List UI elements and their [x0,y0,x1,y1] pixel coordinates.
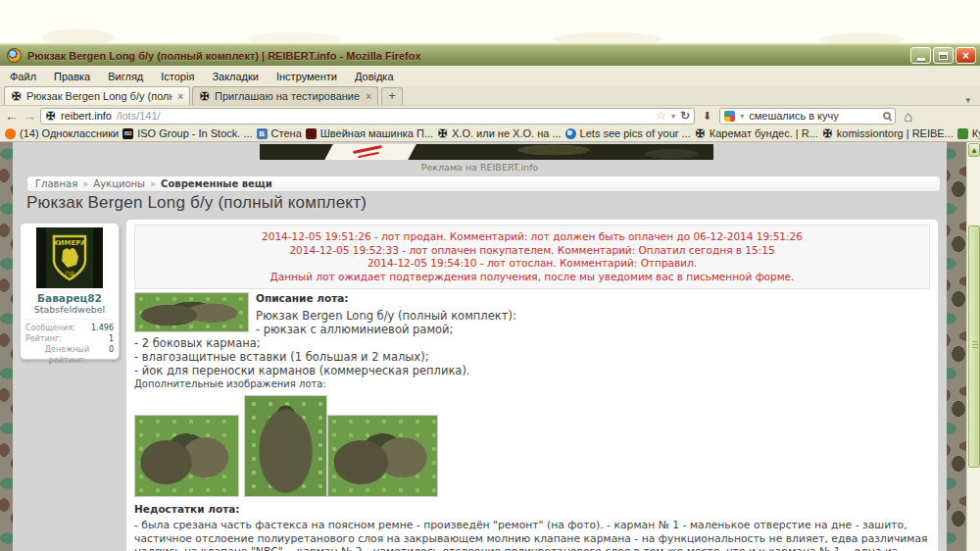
window-title: Рюкзак Bergen Long б/у (полный комплект)… [27,50,910,62]
status-line: 2014-12-05 19:54:10 - лот отослан. Комме… [139,257,925,271]
window-titlebar[interactable]: Рюкзак Bergen Long б/у (полный комплект)… [0,44,980,66]
bookmark-item[interactable]: ISO ISO Group - In Stock. ... [122,127,252,139]
menu-history[interactable]: Історія [161,71,194,82]
user-card: ХИМЕРА ПД Баварец82 Stabsfeldwebel Сообщ… [20,223,120,360]
search-engine-dropdown-icon[interactable]: ▾ [740,112,744,121]
lot-status-box: 2014-12-05 19:51:26 - лот продан. Коммен… [134,225,930,289]
tab-close-icon[interactable]: × [177,91,183,102]
globe-icon [565,128,576,139]
user-rank: Stabsfeldwebel [25,304,114,315]
back-button[interactable]: ← [5,109,19,123]
bookmark-item[interactable]: Куртки - Утеплител... [957,127,980,139]
navigation-bar: ← → ✠ reibert.info/lots/141/ ☆ ▾ ↻ ⬇ ▾ с… [0,106,980,125]
bookmark-item[interactable]: ✠ komissiontorg | REIBE... [822,127,954,139]
bookmark-star-icon[interactable]: ☆ [656,109,666,123]
lot-main-photo[interactable] [134,292,249,332]
status-line: 2014-12-05 19:52:33 - лот оплачен покупа… [139,244,925,258]
iron-cross-icon: ✠ [11,91,22,102]
description-item: - рюкзак с аллюминиевой рамой; [256,323,930,336]
iron-cross-icon: ✠ [199,91,210,102]
sewing-machine-icon [306,128,317,139]
ad-caption[interactable]: Реклама на REIBERT.info [13,162,947,173]
iron-cross-icon: ✠ [437,128,448,139]
lot-photo-pockets[interactable] [134,415,239,497]
description-item: - йок для переноски карманов (коммерческ… [134,364,930,377]
menu-edit[interactable]: Правка [54,71,90,82]
scrollbar-thumb[interactable] [968,225,980,468]
tab-list-dropdown-icon[interactable]: ▾ [965,95,978,105]
restore-button[interactable] [933,47,954,64]
extra-images-label: Дополнительные изображения лота: [134,378,930,390]
home-icon[interactable]: ⌂ [904,109,912,124]
url-bar[interactable]: ✠ reibert.info/lots/141/ ☆ ▾ ↻ [40,108,695,125]
url-path: /lots/141/ [117,110,161,122]
stat-row: Рейтинг: 1 [25,333,114,344]
lot-photo-frame[interactable] [244,395,327,497]
new-tab-button[interactable]: + [381,87,403,105]
forward-button[interactable]: → [23,109,36,123]
status-line: 2014-12-05 19:51:26 - лот продан. Коммен… [139,230,925,244]
status-line: Данный лот ожидает подтверждения получен… [139,271,925,284]
avatar[interactable]: ХИМЕРА ПД [36,227,103,288]
breadcrumb-separator: » [82,178,88,189]
url-host: reibert.info [61,110,112,122]
menu-tools[interactable]: Інструменти [276,71,337,82]
menu-bar: Файл Правка Вигляд Історія Закладки Інст… [0,66,980,86]
google-logo-icon [724,111,735,122]
tab-bar: ✠ Рюкзак Bergen Long б/у (полный компл..… [0,86,980,106]
tab-label: Рюкзак Bergen Long б/у (полный компл... [26,90,172,102]
description-item: - влагозащитные вставки (1 большая и 2 м… [134,350,930,364]
user-stats: Сообщения: 1.496 Рейтинг: 1 Денежный рей… [25,319,114,366]
banner-image[interactable] [260,144,713,160]
menu-help[interactable]: Довідка [355,71,394,82]
firefox-icon [7,48,22,63]
lot-description: Описание лота: Рюкзак Bergen Long б/у (п… [134,292,930,551]
jacket-icon [957,128,968,139]
breadcrumb-auctions[interactable]: Аукционы [93,178,145,189]
vk-icon: В [257,128,268,139]
desktop-band [0,0,980,44]
bookmark-item[interactable]: (14) Одноклассники [5,127,119,139]
iron-cross-icon: ✠ [695,128,706,139]
menu-bookmarks[interactable]: Закладки [212,71,259,82]
page-scrollbar[interactable]: ▲ [966,142,980,551]
tab-inactive[interactable]: ✠ Приглашаю на тестирование аукцион... × [192,86,378,105]
bookmark-item[interactable]: Lets see pics of your ... [565,127,691,139]
defects-text: - была срезана часть фастекса на поясном… [134,519,930,551]
bookmark-item[interactable]: Швейная машинка П... [306,127,433,139]
description-intro: Рюкзак Bergen Long б/у (полный комплект)… [256,309,930,323]
lot-photo-inserts[interactable] [327,415,438,497]
description-item: - 2 боковых кармана; [134,336,930,350]
reload-icon[interactable]: ↻ [680,109,690,123]
close-button[interactable]: × [956,47,976,64]
search-icon[interactable] [883,112,891,120]
minimize-button[interactable] [910,47,931,64]
breadcrumb-current[interactable]: Современные вещи [161,178,272,189]
tab-close-icon[interactable]: × [366,91,371,102]
bookmark-item[interactable]: ✠ Х.О. или не Х.О. на ... [437,127,562,139]
stat-row: Сообщения: 1.496 [25,323,114,333]
lot-thumbnails [131,395,930,497]
search-value: смешались в кучу [749,110,839,122]
bookmark-item[interactable]: В Стена [257,127,302,139]
odnoklassniki-icon [5,128,16,139]
tab-label: Приглашаю на тестирование аукцион... [215,90,361,102]
iron-cross-icon: ✠ [822,128,833,139]
defects-heading: Недостатки лота: [134,502,930,516]
page-viewport: Реклама на REIBERT.info Главная » Аукцио… [0,142,980,551]
tab-active[interactable]: ✠ Рюкзак Bergen Long б/у (полный компл..… [4,86,190,105]
search-input[interactable]: ▾ смешались в кучу [719,108,896,125]
site-favicon-icon: ✠ [45,111,56,122]
bookmarks-bar: (14) Одноклассники ISO ISO Group - In St… [0,125,980,142]
url-dropdown-icon[interactable]: ▾ [671,112,675,121]
bookmark-item[interactable]: ✠ Каремат бундес. | R... [695,127,818,139]
scroll-up-icon[interactable]: ▲ [968,143,980,157]
description-heading: Описание лота: [256,292,930,305]
page-title: Рюкзак Bergen Long б/у (полный комплект) [26,193,367,213]
menu-view[interactable]: Вигляд [108,71,143,82]
screenshot-root: Рюкзак Bergen Long б/у (полный комплект)… [0,0,980,551]
username-link[interactable]: Баварец82 [25,292,114,304]
breadcrumb-home[interactable]: Главная [35,178,77,189]
downloads-icon[interactable]: ⬇ [703,110,711,123]
menu-file[interactable]: Файл [10,71,36,82]
